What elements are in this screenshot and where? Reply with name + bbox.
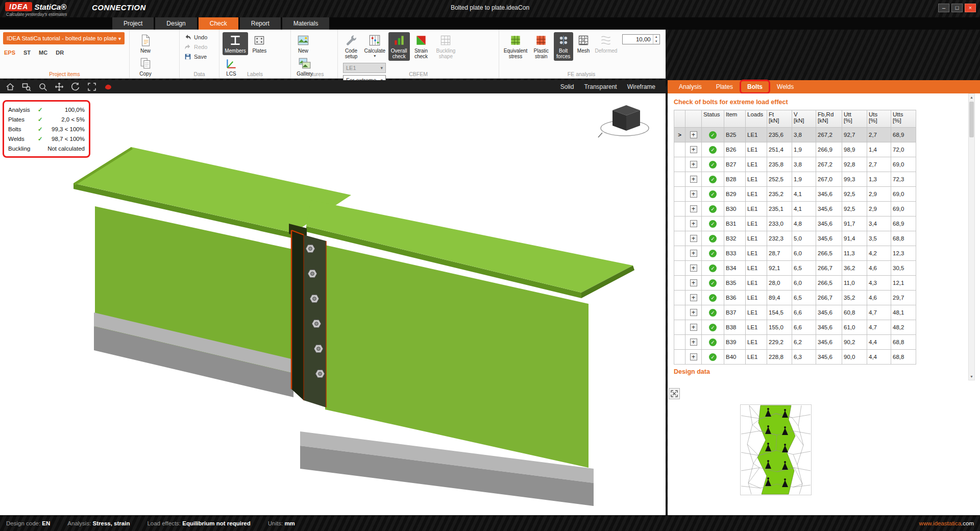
copy-button[interactable]: Copy [133,55,158,78]
deformed-button[interactable]: Deformed [594,32,618,55]
view-mode-transparent[interactable]: Transparent [584,83,617,90]
bolt-row-B35[interactable]: +✓B35LE128,06,0266,511,04,312,1 [674,276,916,291]
ribbon-tab-check[interactable]: Check [199,17,238,30]
zoom-fit-icon[interactable] [87,82,97,92]
scroll-up-icon[interactable]: ▲ [969,94,974,101]
bolt-row-B37[interactable]: +✓B37LE1154,56,6345,660,84,748,1 [674,305,916,320]
scrollbar-thumb[interactable] [969,102,974,137]
expand-row-button[interactable]: + [690,353,697,360]
redo-button[interactable]: Redo [183,42,216,52]
code-setup-button[interactable]: Code setup [341,32,361,61]
panel-tab-plates[interactable]: Plates [709,80,740,93]
project-mode-st[interactable]: ST [23,50,31,56]
statusbar-item: Load effects: Equilibrium not required [147,520,250,527]
panel-tab-welds[interactable]: Welds [770,80,801,93]
project-mode-mc[interactable]: MC [39,50,47,56]
spinner-down-icon[interactable]: ▼ [653,39,659,44]
new-project-button[interactable]: New [133,32,158,55]
expand-row-button[interactable]: + [690,205,697,212]
ribbon-tab-materials[interactable]: Materials [282,17,330,30]
project-item-dropdown[interactable]: IDEA StatiCa tutorial - bolted plate to … [3,32,125,44]
chevron-down-icon: ▾ [380,65,383,70]
ribbon-tab-project[interactable]: Project [112,17,154,30]
plastic-strain-button[interactable]: Plastic strain [530,32,552,61]
bolt-row-B33[interactable]: +✓B33LE128,76,0266,511,34,212,3 [674,246,916,261]
plates-toggle[interactable]: Plates [250,32,269,55]
project-mode-eps[interactable]: EPS [4,50,15,56]
cell-v: 4,1 [792,187,816,202]
view-mode-solid[interactable]: Solid [560,83,574,90]
strain-check-button[interactable]: Strain check [411,32,431,61]
picture-new-button[interactable]: New [294,32,312,55]
bolt-row-B26[interactable]: +✓B26LE1251,41,9266,998,91,472,0 [674,142,916,157]
bolt-row-B39[interactable]: +✓B39LE1229,26,2345,690,24,468,8 [674,335,916,350]
home-view-icon[interactable] [5,82,15,92]
cell-utt: 99,3 [842,172,867,187]
expand-row-button[interactable]: + [690,235,697,242]
expand-preview-button[interactable] [669,388,680,399]
expand-row-button[interactable]: + [690,324,697,331]
bolt-row-B34[interactable]: +✓B34LE192,16,5266,736,24,630,5 [674,261,916,276]
expand-row-button[interactable]: + [690,250,697,257]
cell-item: B36 [724,291,746,305]
zoom-icon[interactable] [38,82,48,92]
bolt-row-B28[interactable]: +✓B28LE1252,51,9267,099,31,372,3 [674,172,916,187]
pan-icon[interactable] [54,82,64,92]
expand-row-button[interactable]: + [690,294,697,301]
rotate-icon[interactable] [70,82,81,92]
cell-loads: LE1 [746,261,767,276]
members-toggle[interactable]: Members [223,32,248,55]
save-button[interactable]: Save [183,52,216,61]
expand-row-button[interactable]: + [690,309,697,316]
spinner-up-icon[interactable]: ▲ [653,35,659,39]
3d-viewport[interactable]: Analysis✓100,0%Plates✓2,0 < 5%Bolts✓99,3… [0,93,666,515]
scale-spinner[interactable]: 10,00 ▲ ▼ [622,34,660,44]
expand-row-button[interactable]: + [690,220,697,227]
3d-model[interactable] [0,93,666,515]
bolt-row-B25[interactable]: >+✓B25LE1235,63,8267,292,72,768,9 [674,128,916,142]
design-data-header[interactable]: Design data [674,368,710,375]
overall-check-toggle[interactable]: Overall check [388,32,410,61]
bolt-row-B32[interactable]: +✓B32LE1232,35,0345,691,43,568,8 [674,231,916,246]
bolt-forces-toggle[interactable]: Bolt forces [554,32,573,61]
expand-row-button[interactable]: + [690,264,697,272]
status-ok-icon: ✓ [709,324,717,331]
panel-tab-analysis[interactable]: Analysis [672,80,709,93]
calculate-button[interactable]: Calculate ▾ [363,32,386,59]
zoom-window-icon[interactable] [21,82,32,92]
expand-row-button[interactable]: + [690,146,697,153]
expand-row-button[interactable]: + [690,161,697,168]
calculate-dropdown-arrow[interactable]: ▾ [374,55,376,58]
expand-row-button[interactable]: + [690,339,697,346]
bolt-row-B29[interactable]: +✓B29LE1235,24,1345,692,52,969,0 [674,187,916,202]
summary-row-buckling: BucklingNot calculated [8,143,85,153]
mesh-button[interactable]: Mesh [575,32,592,55]
equivalent-stress-button[interactable]: Equivalent stress [502,32,529,61]
maximize-button[interactable]: □ [951,4,963,12]
navigation-cube[interactable] [598,105,649,137]
expand-row-button[interactable]: + [690,176,697,183]
bolt-row-B40[interactable]: +✓B40LE1228,86,3345,690,04,468,8 [674,350,916,365]
scroll-down-icon[interactable]: ▼ [969,373,974,380]
bolt-row-B36[interactable]: +✓B36LE189,46,5266,735,24,629,7 [674,291,916,305]
expand-row-button[interactable]: + [690,190,697,198]
panel-scrollbar[interactable]: ▲ ▼ [968,93,975,380]
bolt-row-B31[interactable]: +✓B31LE1233,04,8345,691,73,468,9 [674,216,916,231]
view-mode-wireframe[interactable]: Wireframe [627,83,655,90]
expand-row-button[interactable]: + [690,131,697,138]
panel-tab-bolts[interactable]: Bolts [740,80,770,93]
bolt-row-B30[interactable]: +✓B30LE1235,14,1345,692,52,969,0 [674,202,916,216]
website-link[interactable]: www.ideastatica.com [919,520,974,526]
bolt-row-B38[interactable]: +✓B38LE1155,06,6345,661,04,748,2 [674,320,916,335]
close-button[interactable]: × [965,4,976,12]
expand-row-button[interactable]: + [690,279,697,286]
ribbon-tab-report[interactable]: Report [240,17,281,30]
weld-mark-icon[interactable] [103,82,113,92]
bolt-row-B27[interactable]: +✓B27LE1235,83,8267,292,82,769,0 [674,157,916,172]
buckling-shape-button[interactable]: Buckling shape [432,32,459,61]
status-ok-icon: ✓ [709,235,717,243]
minimize-button[interactable]: – [938,4,949,12]
project-mode-dr[interactable]: DR [56,50,64,56]
ribbon-tab-design[interactable]: Design [155,17,197,30]
undo-button[interactable]: Undo [183,32,216,42]
